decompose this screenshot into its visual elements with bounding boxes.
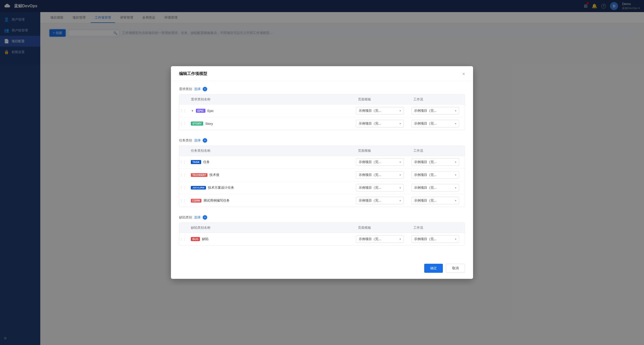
bug-workflow-value: 示例项目（完...	[414, 237, 437, 241]
story-workflow-select[interactable]: 示例项目（完... ▾	[411, 120, 459, 127]
row-name-bug: BUG 缺陷	[187, 237, 354, 241]
indent-chevron: ▼	[191, 109, 194, 113]
table-row: ⋮⋮ TECHDEBT 技术债 示例项目（完... ▾	[179, 169, 465, 181]
requirement-select-btn[interactable]: 选择	[194, 87, 201, 91]
drag-handle[interactable]: ⋮⋮	[179, 122, 187, 126]
bug-page-template-col: 示例项目（完... ▾	[354, 235, 409, 243]
jsfasjrw-workflow-select[interactable]: 示例项目（完... ▾	[411, 184, 459, 191]
tag-story: STORY	[191, 122, 203, 126]
epic-workflow-col: 示例项目（完... ▾	[409, 107, 465, 114]
chevron-down-icon: ▾	[455, 238, 456, 241]
epic-page-template-col: 示例项目（完... ▾	[354, 107, 409, 114]
task-workflow-select[interactable]: 示例项目（完... ▾	[411, 158, 459, 166]
requirement-table-header: 需求类别名称 页面模板 工作流	[179, 95, 465, 104]
techdebt-label: 技术债	[209, 173, 219, 177]
bug-select-btn[interactable]: 选择	[194, 215, 201, 220]
story-page-template-value: 示例项目（完...	[359, 121, 381, 126]
row-name-story: STORY Story	[187, 122, 354, 126]
task-table: 任务类别名称 页面模板 工作流 ⋮⋮ TASK 任务 示例项目（完	[179, 146, 465, 207]
bug-section-header: 缺陷类别 选择 +	[179, 215, 465, 220]
techdebt-workflow-col: 示例项目（完... ▾	[409, 171, 465, 179]
tag-task: TASK	[191, 160, 201, 164]
modal-close-button[interactable]: ×	[462, 72, 465, 76]
req-header-workflow: 工作流	[409, 97, 465, 102]
req-header-name: 需求类别名称	[187, 97, 354, 102]
modal-title: 编辑工作项模型	[179, 71, 207, 76]
jsfasjrw-workflow-col: 示例项目（完... ▾	[409, 184, 465, 191]
story-page-template-select[interactable]: 示例项目（完... ▾	[356, 120, 404, 127]
drag-handle[interactable]: ⋮⋮	[179, 186, 187, 190]
epic-page-template-select[interactable]: 示例项目（完... ▾	[356, 107, 404, 114]
tag-bug: BUG	[191, 237, 200, 241]
jsfasjrw-label: 技术方案设计任务	[208, 185, 234, 190]
story-workflow-value: 示例项目（完...	[414, 121, 437, 126]
cancel-button[interactable]: 取消	[446, 264, 465, 273]
drag-handle[interactable]: ⋮⋮	[179, 109, 187, 113]
bug-page-template-select[interactable]: 示例项目（完... ▾	[356, 235, 404, 243]
table-row: ⋮⋮ ▼ EPIC Epic 示例项目（完... ▾	[179, 104, 465, 117]
bug-workflow-col: 示例项目（完... ▾	[409, 235, 465, 243]
task-select-btn[interactable]: 选择	[194, 138, 201, 143]
table-row: ⋮⋮ STORY Story 示例项目（完... ▾	[179, 117, 465, 130]
techdebt-page-template-select[interactable]: 示例项目（完... ▾	[356, 171, 404, 179]
drag-handle[interactable]: ⋮⋮	[179, 237, 187, 241]
task-page-template-col: 示例项目（完... ▾	[354, 158, 409, 166]
requirement-table: 需求类别名称 页面模板 工作流 ⋮⋮ ▼ EPIC Epic	[179, 94, 465, 130]
tag-csrw: CSRW	[191, 199, 201, 203]
csrw-page-template-value: 示例项目（完...	[359, 198, 381, 203]
row-name-epic: ▼ EPIC Epic	[187, 109, 354, 113]
story-label: Story	[205, 122, 213, 126]
drag-handle[interactable]: ⋮⋮	[179, 160, 187, 164]
chevron-down-icon: ▾	[400, 238, 401, 241]
jsfasjrw-page-template-value: 示例项目（完...	[359, 185, 381, 190]
story-workflow-col: 示例项目（完... ▾	[409, 120, 465, 127]
task-label: 任务类别	[179, 138, 192, 143]
epic-label: Epic	[207, 109, 214, 113]
drag-handle[interactable]: ⋮⋮	[179, 199, 187, 203]
req-header-page: 页面模板	[354, 97, 409, 102]
requirement-section: 需求类别 选择 + 需求类别名称 页面模板 工作流 ⋮⋮ ▼	[179, 87, 465, 130]
row-name-task: TASK 任务	[187, 160, 354, 164]
story-page-template-col: 示例项目（完... ▾	[354, 120, 409, 127]
csrw-page-template-select[interactable]: 示例项目（完... ▾	[356, 197, 404, 204]
bug-add-btn[interactable]: +	[203, 215, 207, 220]
chevron-down-icon: ▾	[400, 122, 401, 125]
table-row: ⋮⋮ BUG 缺陷 示例项目（完... ▾	[179, 233, 465, 245]
bug-label: 缺陷类别	[179, 215, 192, 220]
techdebt-workflow-select[interactable]: 示例项目（完... ▾	[411, 171, 459, 179]
chevron-down-icon: ▾	[455, 173, 456, 177]
chevron-down-icon: ▾	[455, 186, 456, 189]
row-name-techdebt: TECHDEBT 技术债	[187, 173, 354, 177]
modal-header: 编辑工作项模型 ×	[171, 66, 473, 81]
jsfasjrw-workflow-value: 示例项目（完...	[414, 185, 437, 190]
requirement-add-btn[interactable]: +	[203, 87, 207, 91]
task-add-btn[interactable]: +	[203, 138, 207, 143]
modal-footer: 确定 取消	[171, 260, 473, 273]
table-row: ⋮⋮ TASK 任务 示例项目（完... ▾	[179, 156, 465, 169]
task-name-label: 任务	[203, 160, 210, 164]
table-row: ⋮⋮ JSFASJRW 技术方案设计任务 示例项目（完... ▾	[179, 181, 465, 194]
task-section-header: 任务类别 选择 +	[179, 138, 465, 143]
task-workflow-value: 示例项目（完...	[414, 160, 437, 164]
row-name-csrw: CSRW 测试用例编写任务	[187, 198, 354, 203]
bug-header-drag	[179, 225, 187, 230]
row-name-jsfasjrw: JSFASJRW 技术方案设计任务	[187, 185, 354, 190]
jsfasjrw-page-template-select[interactable]: 示例项目（完... ▾	[356, 184, 404, 191]
drag-handle[interactable]: ⋮⋮	[179, 173, 187, 177]
csrw-workflow-select[interactable]: 示例项目（完... ▾	[411, 197, 459, 204]
task-page-template-value: 示例项目（完...	[359, 160, 381, 164]
epic-workflow-select[interactable]: 示例项目（完... ▾	[411, 107, 459, 114]
task-page-template-select[interactable]: 示例项目（完... ▾	[356, 158, 404, 166]
techdebt-page-template-col: 示例项目（完... ▾	[354, 171, 409, 179]
chevron-down-icon: ▾	[455, 122, 456, 125]
chevron-down-icon: ▾	[400, 173, 401, 177]
epic-workflow-value: 示例项目（完...	[414, 108, 437, 113]
bug-workflow-select[interactable]: 示例项目（完... ▾	[411, 235, 459, 243]
csrw-workflow-col: 示例项目（完... ▾	[409, 197, 465, 204]
task-section: 任务类别 选择 + 任务类别名称 页面模板 工作流 ⋮⋮ T	[179, 138, 465, 207]
chevron-down-icon: ▾	[400, 161, 401, 164]
task-header-workflow: 工作流	[409, 148, 465, 153]
bug-header-name: 缺陷类别名称	[187, 225, 354, 230]
confirm-button[interactable]: 确定	[424, 264, 443, 273]
bug-page-template-value: 示例项目（完...	[359, 237, 381, 241]
